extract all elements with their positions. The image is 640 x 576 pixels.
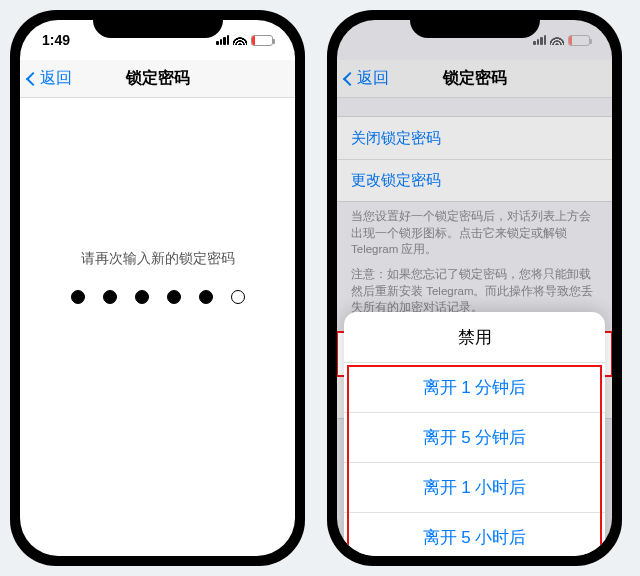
back-button[interactable]: 返回: [345, 68, 389, 89]
pin-dot: [167, 290, 181, 304]
sheet-options-highlight: 离开 1 分钟后 离开 5 分钟后 离开 1 小时后 离开 5 小时后: [344, 362, 605, 556]
battery-icon: [251, 35, 273, 46]
sheet-option[interactable]: 离开 1 分钟后: [344, 362, 605, 412]
row-label: 关闭锁定密码: [351, 129, 441, 148]
pin-dot: [71, 290, 85, 304]
back-button[interactable]: 返回: [28, 68, 72, 89]
sheet-header[interactable]: 禁用: [344, 312, 605, 362]
sheet-option[interactable]: 离开 5 小时后: [344, 512, 605, 556]
signal-icon: [216, 35, 229, 45]
battery-icon: [568, 35, 590, 46]
pin-prompt: 请再次输入新的锁定密码: [20, 250, 295, 268]
footnote: 当您设置好一个锁定密码后，对话列表上方会出现一个锁形图标。点击它来锁定或解锁 T…: [337, 202, 612, 264]
wifi-icon: [550, 35, 564, 45]
nav-bar: 返回 锁定密码: [20, 60, 295, 98]
status-right: [216, 35, 273, 46]
pin-dot: [231, 290, 245, 304]
nav-bar: 返回 锁定密码: [337, 60, 612, 98]
pin-dot: [199, 290, 213, 304]
pin-dot: [103, 290, 117, 304]
phone-frame-right: 返回 锁定密码 关闭锁定密码 更改锁定密码 当您设置好一个锁定密码后，对话列表上…: [327, 10, 622, 566]
sheet-option[interactable]: 离开 5 分钟后: [344, 412, 605, 462]
status-right: [533, 35, 590, 46]
chevron-left-icon: [343, 71, 357, 85]
screen-left: 1:49 返回 锁定密码 请再次输入新的锁定密码: [20, 20, 295, 556]
pin-entry-area: 请再次输入新的锁定密码: [20, 250, 295, 304]
back-label: 返回: [357, 68, 389, 89]
row-label: 更改锁定密码: [351, 171, 441, 190]
chevron-left-icon: [26, 71, 40, 85]
screen-right: 返回 锁定密码 关闭锁定密码 更改锁定密码 当您设置好一个锁定密码后，对话列表上…: [337, 20, 612, 556]
signal-icon: [533, 35, 546, 45]
pin-dot: [135, 290, 149, 304]
status-time: 1:49: [42, 32, 70, 48]
turn-off-passcode-row[interactable]: 关闭锁定密码: [337, 117, 612, 159]
action-sheet: 禁用 离开 1 分钟后 离开 5 分钟后 离开 1 小时后 离开 5 小时后: [344, 312, 605, 556]
change-passcode-row[interactable]: 更改锁定密码: [337, 159, 612, 201]
back-label: 返回: [40, 68, 72, 89]
pin-dots: [20, 290, 295, 304]
sheet-option[interactable]: 离开 1 小时后: [344, 462, 605, 512]
settings-group: 关闭锁定密码 更改锁定密码: [337, 116, 612, 202]
wifi-icon: [233, 35, 247, 45]
notch: [93, 10, 223, 38]
notch: [410, 10, 540, 38]
phone-frame-left: 1:49 返回 锁定密码 请再次输入新的锁定密码: [10, 10, 305, 566]
